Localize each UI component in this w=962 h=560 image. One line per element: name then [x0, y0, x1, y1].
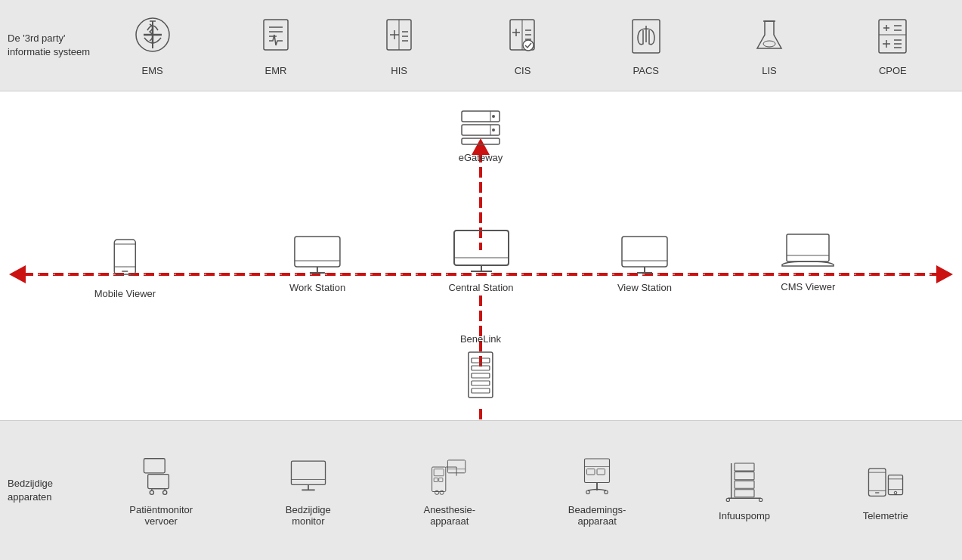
- cpoe-icon: [873, 15, 912, 60]
- benelink-icon: [462, 349, 499, 402]
- benelink-label: BeneLink: [460, 333, 501, 345]
- icon-item-ems: EMS: [133, 15, 172, 76]
- patient-monitor-icon: [141, 454, 181, 500]
- cpoe-label: CPOE: [879, 65, 907, 76]
- cms-viewer-label: CMS Viewer: [781, 281, 835, 292]
- third-party-label: De '3rd party' informatie systeem: [8, 32, 91, 59]
- pacs-label: PACS: [633, 65, 659, 76]
- cis-icon: [503, 15, 542, 60]
- bedside-monitor-icon: [289, 454, 328, 500]
- svg-rect-52: [114, 240, 135, 274]
- top-section: De '3rd party' informatie systeem EMS: [0, 0, 962, 91]
- view-station-label: View Station: [617, 282, 672, 293]
- his-icon: [379, 15, 419, 60]
- beademings-icon: [577, 454, 617, 500]
- svg-rect-56: [295, 237, 340, 267]
- icon-item-emr: EMR: [256, 15, 295, 76]
- work-station-item: Work Station: [289, 234, 345, 293]
- telemetrie-label: Telemetrie: [863, 510, 908, 521]
- bedside-label: Bedzijdige apparaten: [8, 477, 83, 504]
- svg-rect-101: [597, 469, 605, 475]
- icon-item-his: HIS: [379, 15, 419, 76]
- svg-rect-74: [472, 381, 490, 385]
- bedside-monitor-label: Bedzijdigemonitor: [286, 504, 331, 527]
- anesthesie-icon: [430, 454, 469, 500]
- svg-rect-64: [622, 237, 667, 267]
- svg-rect-88: [434, 469, 444, 476]
- svg-rect-72: [472, 366, 490, 370]
- svg-point-78: [150, 490, 154, 494]
- svg-rect-76: [144, 459, 165, 473]
- icon-item-bedside-monitor: Bedzijdigemonitor: [286, 454, 331, 527]
- svg-point-104: [605, 490, 608, 494]
- svg-rect-105: [735, 463, 754, 471]
- beademings-label: Beademings-apparaat: [568, 504, 626, 527]
- cms-viewer-icon: [779, 231, 837, 277]
- icon-item-telemetrie: Telemetrie: [863, 460, 908, 521]
- egateway-icon: [454, 108, 507, 147]
- svg-point-22: [523, 40, 534, 51]
- svg-rect-68: [787, 234, 829, 261]
- work-station-label: Work Station: [289, 282, 345, 293]
- egateway-label: eGateway: [459, 152, 503, 163]
- anesthesie-label: Anesthesie-apparaat: [423, 504, 475, 527]
- svg-rect-70: [469, 352, 493, 398]
- svg-rect-73: [472, 373, 490, 378]
- svg-rect-77: [148, 475, 169, 489]
- svg-rect-60: [454, 230, 509, 265]
- svg-point-120: [894, 491, 896, 493]
- icon-item-beademings: Beademings-apparaat: [568, 454, 626, 527]
- svg-rect-107: [735, 481, 754, 488]
- ems-label: EMS: [142, 65, 163, 76]
- svg-rect-90: [438, 478, 442, 481]
- svg-point-50: [492, 115, 495, 118]
- mobile-viewer-item: Mobile Viewer: [94, 237, 156, 299]
- emr-icon: [256, 15, 295, 60]
- icon-item-pacs: PACS: [626, 15, 666, 76]
- pacs-icon: [626, 15, 666, 60]
- work-station-icon: [292, 234, 343, 277]
- mobile-viewer-icon: [108, 237, 141, 283]
- svg-point-79: [163, 490, 167, 494]
- telemetrie-icon: [866, 460, 905, 506]
- infuuspomp-label: Infuuspomp: [719, 510, 770, 521]
- svg-point-95: [440, 490, 444, 494]
- svg-rect-47: [462, 138, 500, 144]
- view-station-icon: [619, 234, 670, 277]
- cms-viewer-item: CMS Viewer: [779, 231, 837, 292]
- svg-marker-39: [9, 265, 26, 283]
- central-station-label: Central Station: [449, 282, 514, 293]
- svg-marker-40: [936, 265, 953, 283]
- svg-rect-89: [434, 478, 438, 481]
- svg-point-94: [435, 490, 438, 494]
- icon-item-cis: CIS: [503, 15, 542, 76]
- icon-item-infuuspomp: Infuuspomp: [719, 460, 770, 521]
- his-label: HIS: [391, 65, 407, 76]
- icon-item-cpoe: CPOE: [873, 15, 912, 76]
- icon-item-patient-monitor: Patiëntmonitorvervoer: [129, 454, 193, 527]
- svg-rect-108: [735, 489, 754, 497]
- svg-rect-75: [472, 388, 490, 393]
- svg-rect-83: [291, 461, 325, 484]
- svg-rect-106: [735, 472, 754, 479]
- svg-point-25: [763, 41, 775, 47]
- svg-point-51: [492, 128, 495, 131]
- top-icons: EMS EMR: [91, 15, 954, 76]
- ems-icon: [133, 15, 172, 60]
- cis-label: CIS: [515, 65, 531, 76]
- infuuspomp-icon: [725, 460, 764, 506]
- central-station-icon: [451, 227, 512, 277]
- lis-label: LIS: [762, 65, 777, 76]
- emr-label: EMR: [264, 65, 286, 76]
- lis-icon: [750, 15, 789, 60]
- svg-rect-100: [587, 469, 595, 475]
- icon-item-lis: LIS: [750, 15, 789, 76]
- central-station-item: Central Station: [449, 227, 514, 293]
- svg-rect-71: [472, 358, 490, 363]
- bottom-section: Bedzijdige apparaten Patiëntmonitorvervo…: [0, 420, 962, 560]
- patient-monitor-label: Patiëntmonitorvervoer: [129, 504, 193, 527]
- svg-point-103: [586, 490, 590, 494]
- bottom-icons: Patiëntmonitorvervoer Bedzijdigemonitor: [83, 454, 954, 527]
- view-station-item: View Station: [617, 234, 672, 293]
- svg-rect-26: [879, 20, 906, 53]
